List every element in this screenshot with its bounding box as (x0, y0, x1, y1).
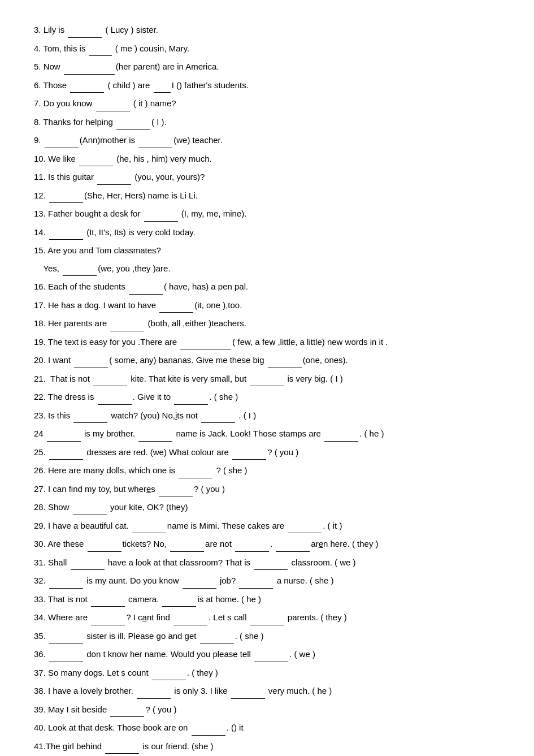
blank-6a (70, 78, 104, 93)
blank-34a (91, 610, 125, 625)
blank-29a (132, 519, 166, 534)
line-9: 9. (Ann)mother is (we) teacher. (34, 133, 500, 148)
line-16: 16. Each of the students ( have, has) a … (34, 279, 500, 295)
blank-7a (96, 96, 130, 111)
blank-3a (68, 23, 102, 38)
line-15a: 15. Are you and Tom classmates? (34, 243, 500, 258)
line-19: 19. The text is easy for you .There are … (34, 335, 500, 350)
blank-25b (232, 445, 266, 460)
line-10: 10. We like (he, his , him) very much. (34, 152, 500, 167)
blank-26a (179, 463, 212, 478)
blank-30b (170, 537, 204, 552)
blank-14a (49, 225, 83, 240)
blank-6b (154, 78, 171, 93)
blank-34b (173, 610, 207, 625)
line-18: 18. Her parents are (both, all ,either )… (34, 316, 500, 331)
line-34: 34. Where are ? I cant find . Let s call… (34, 610, 500, 625)
blank-15b (63, 261, 97, 277)
line-27: 27. I can find my toy, but wheres ? ( yo… (34, 482, 500, 497)
blank-17a (159, 298, 193, 313)
blank-23b (201, 408, 235, 424)
page: 3. Lily is ( Lucy ) sister. 4. Tom, this… (34, 23, 500, 756)
line-40: 40. Look at that desk. Those book are on… (34, 720, 500, 736)
blank-32b (183, 573, 216, 589)
blank-24a (47, 426, 81, 442)
line-21: 21. That is not kite. That kite is very … (34, 371, 500, 387)
blank-32a (49, 573, 83, 589)
blank-24b (138, 426, 172, 442)
blank-23a (73, 408, 107, 424)
blank-22a (98, 390, 132, 405)
line-26: 26. Here are many dolls, which one is ? … (34, 463, 500, 478)
line-36: 36. don​ t know her name. Would you plea… (34, 647, 500, 662)
line-15b: Yes, (we, you ,they )are. (34, 261, 500, 277)
line-31: 31. Shall have a look at that classroom?… (34, 555, 500, 571)
blank-20a (74, 353, 108, 368)
line-37: 37. So many dogs. Let s count . ( they ) (34, 666, 500, 681)
line-17: 17. He has a dog. I want to have (it, on… (34, 298, 500, 313)
line-25: 25. dresses are red. (we) What colour ar… (34, 445, 500, 460)
blank-19a (180, 335, 231, 350)
blank-41a (105, 739, 139, 754)
blank-8a (116, 115, 150, 130)
blank-33a (91, 592, 125, 607)
blank-4a (89, 41, 112, 57)
line-12: 12. (She, Her, Hers) name is Li Li. (34, 188, 500, 204)
blank-30c (235, 537, 269, 552)
line-28: 28. Show your kite, OK? (they) (34, 500, 500, 515)
line-38: 38. I have a lovely brother. is only 3. … (34, 684, 500, 699)
line-33: 33. That is not camera. is at home. ( he… (34, 592, 500, 607)
line-14: 14. (It, It's, Its) is very cold today. (34, 225, 500, 240)
line-5: 5. Now (her parent) are in America. (34, 59, 500, 75)
blank-35b (200, 629, 234, 644)
blank-11a (97, 170, 131, 185)
blank-38b (231, 684, 265, 699)
line-41: 41.The girl behind is our friend. (she ) (34, 739, 500, 754)
blank-25a (49, 445, 83, 460)
blank-12a (49, 188, 83, 204)
line-24: 24 is my brother. name is Jack. Look! Th… (34, 426, 500, 442)
line-7: 7. Do you know ( it ) name? (34, 96, 500, 111)
blank-36b (254, 647, 288, 662)
line-20: 20. I want ( some, any) bananas. Give me… (34, 353, 500, 368)
blank-28a (73, 500, 107, 515)
line-13: 13. Father bought a desk for (I, my, me,… (34, 206, 500, 222)
blank-18a (110, 316, 144, 331)
blank-40a (192, 720, 225, 736)
line-23: 23. Is this watch? (you) No,its not . ( … (34, 408, 500, 424)
blank-21a (93, 371, 127, 387)
blank-24c (324, 426, 358, 442)
blank-5a (64, 59, 115, 75)
line-8: 8. Thanks for helping ( I ). (34, 115, 500, 130)
blank-30a (88, 537, 121, 552)
blank-22b (174, 390, 208, 405)
blank-37a (152, 666, 186, 681)
blank-13a (144, 206, 178, 222)
blank-31a (71, 555, 105, 571)
line-32: 32. is my aunt. Do you know job? a nurse… (34, 573, 500, 589)
blank-20b (268, 353, 302, 368)
line-4: 4. Tom, this is ( me ) cousin, Mary. (34, 41, 500, 57)
blank-10a (79, 152, 113, 167)
blank-35a (49, 629, 83, 644)
blank-21b (250, 371, 284, 387)
line-35: 35. sister is ill. Please go and get . (… (34, 629, 500, 644)
blank-34c (250, 610, 284, 625)
line-29: 29. I have a beautiful cat. name is Mimi… (34, 519, 500, 534)
line-11: 11. Is this guitar (you, your, yours)? (34, 170, 500, 185)
line-6: 6. Those ( child ) are I () father's stu… (34, 78, 500, 93)
blank-33b (162, 592, 196, 607)
blank-38a (137, 684, 171, 699)
blank-9b (138, 133, 172, 148)
line-22: 22. The dress is . Give it to . ( she ) (34, 390, 500, 405)
blank-30d (276, 537, 310, 552)
line-30: 30. Are these tickets? No, are not . are… (34, 537, 500, 552)
blank-32c (239, 573, 273, 589)
blank-36a (49, 647, 83, 662)
blank-27a (159, 482, 193, 497)
blank-16a (129, 279, 163, 295)
blank-9a (45, 133, 79, 148)
blank-39a (110, 702, 144, 718)
blank-31b (254, 555, 288, 571)
line-39: 39. May I sit beside ? ( you ) (34, 702, 500, 718)
